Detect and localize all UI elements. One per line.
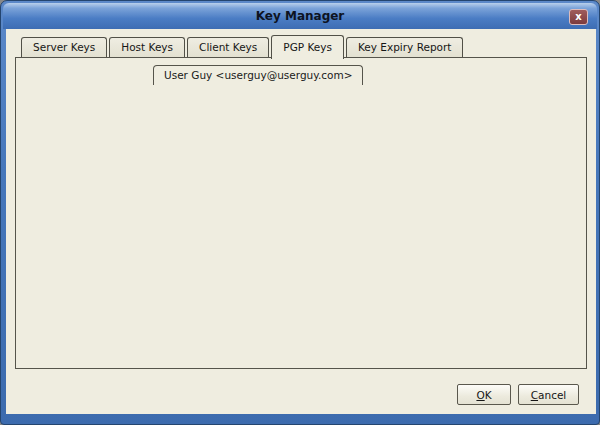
title-bar[interactable]: Key Manager x <box>3 3 597 29</box>
pgp-keys-tab-panel <box>15 57 587 369</box>
close-button[interactable]: x <box>569 9 588 25</box>
tab-host-keys[interactable]: Host Keys <box>109 37 185 57</box>
ok-label-rest: K <box>485 389 492 401</box>
ok-button[interactable]: OK <box>457 384 511 405</box>
cancel-label-rest: ancel <box>538 389 566 401</box>
window-title: Key Manager <box>3 3 597 29</box>
close-icon: x <box>575 11 581 22</box>
tab-client-keys[interactable]: Client Keys <box>187 37 269 57</box>
tab-pgp-keys[interactable]: PGP Keys <box>271 35 344 59</box>
key-manager-dialog: Key Manager x Server Keys Host Keys Clie… <box>0 0 600 425</box>
main-tab-bar: Server Keys Host Keys Client Keys PGP Ke… <box>21 34 463 58</box>
cancel-mnemonic: C <box>531 389 538 401</box>
tab-server-keys[interactable]: Server Keys <box>21 37 107 57</box>
key-detail-tab[interactable]: User Guy <userguy@userguy.com> <box>153 65 363 85</box>
cancel-button[interactable]: Cancel <box>518 384 579 405</box>
ok-mnemonic: O <box>476 389 484 401</box>
tab-key-expiry-report[interactable]: Key Expiry Report <box>346 37 463 57</box>
